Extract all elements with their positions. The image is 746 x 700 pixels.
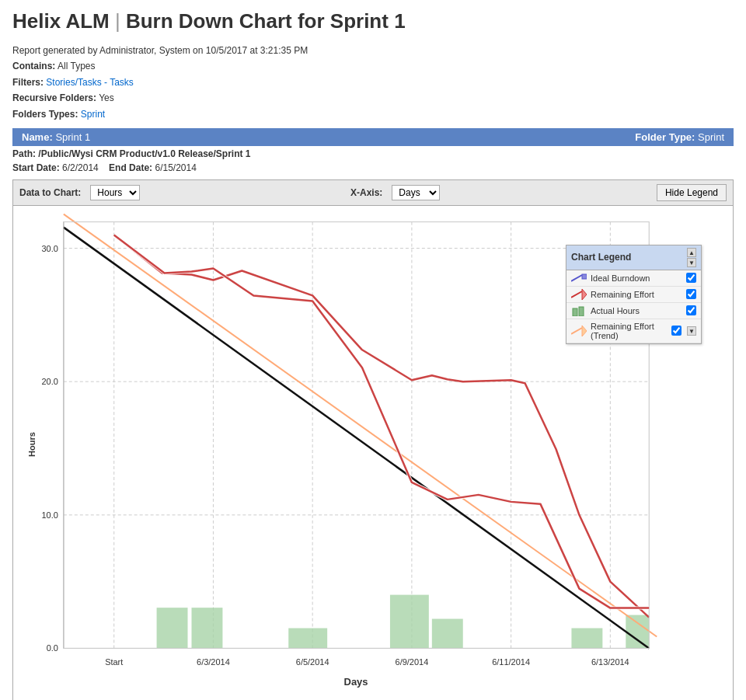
svg-rect-30 bbox=[626, 615, 649, 649]
scroll-down-btn[interactable]: ▼ bbox=[687, 258, 696, 267]
folder-name: Name: Sprint 1 bbox=[22, 131, 90, 143]
chart-container: Data to Chart: Hours Points X-Axis: Days… bbox=[12, 179, 734, 700]
svg-text:Start: Start bbox=[105, 657, 123, 667]
legend-title-bar: Chart Legend ▲ ▼ bbox=[566, 246, 701, 270]
svg-rect-38 bbox=[573, 308, 577, 316]
svg-text:Days: Days bbox=[344, 676, 368, 688]
actual-hours-icon bbox=[571, 305, 587, 316]
svg-text:6/13/2014: 6/13/2014 bbox=[591, 657, 629, 667]
svg-text:6/3/2014: 6/3/2014 bbox=[197, 657, 230, 667]
svg-text:0.0: 0.0 bbox=[47, 643, 58, 653]
remaining-effort-checkbox[interactable] bbox=[686, 289, 696, 299]
chart-legend: Chart Legend ▲ ▼ Ideal Burndown bbox=[566, 245, 702, 344]
folder-path: Path: /Public/Wysi CRM Product/v1.0 Rele… bbox=[0, 146, 746, 161]
legend-scroll-btns[interactable]: ▲ ▼ bbox=[687, 248, 696, 267]
svg-line-40 bbox=[571, 328, 582, 334]
xaxis-select[interactable]: Days Dates bbox=[392, 185, 440, 200]
legend-item-remaining: Remaining Effort bbox=[566, 287, 701, 303]
data-to-chart-label: Data to Chart: bbox=[19, 187, 81, 198]
sprint-dates: Start Date: 6/2/2014 End Date: 6/15/2014 bbox=[0, 161, 746, 179]
actual-hours-checkbox[interactable] bbox=[686, 305, 696, 315]
svg-rect-35 bbox=[582, 274, 587, 279]
actual-hours-label: Actual Hours bbox=[591, 306, 682, 315]
svg-line-36 bbox=[571, 291, 582, 298]
svg-text:6/9/2014: 6/9/2014 bbox=[396, 657, 429, 667]
remaining-effort-icon bbox=[571, 289, 587, 300]
recursive-row: Recursive Folders: Yes bbox=[12, 90, 734, 106]
svg-rect-25 bbox=[192, 608, 223, 648]
chart-area: Hours bbox=[13, 206, 733, 700]
svg-text:10.0: 10.0 bbox=[42, 510, 58, 520]
remaining-effort-label: Remaining Effort bbox=[591, 290, 682, 299]
svg-text:6/11/2014: 6/11/2014 bbox=[492, 657, 530, 667]
legend-expand-btn[interactable]: ▼ bbox=[687, 326, 696, 336]
svg-marker-37 bbox=[582, 289, 587, 300]
svg-rect-26 bbox=[288, 628, 327, 648]
legend-item-actual: Actual Hours bbox=[566, 303, 701, 319]
contains-row: Contains: All Types bbox=[12, 58, 734, 74]
hide-legend-button[interactable]: Hide Legend bbox=[657, 184, 727, 201]
y-axis-label: Hours bbox=[27, 432, 37, 457]
ideal-burndown-checkbox[interactable] bbox=[686, 273, 696, 283]
ideal-burndown-label: Ideal Burndown bbox=[591, 273, 682, 283]
page-header: Helix ALM | Burn Down Chart for Sprint 1 bbox=[0, 0, 746, 40]
report-meta: Report generated by Administrator, Syste… bbox=[0, 40, 746, 128]
legend-item-trend: Remaining Effort (Trend) ▼ bbox=[566, 319, 701, 343]
ideal-burndown-icon bbox=[571, 273, 587, 284]
svg-rect-24 bbox=[157, 608, 188, 648]
remaining-effort-trend-icon bbox=[571, 326, 587, 336]
svg-text:30.0: 30.0 bbox=[42, 244, 58, 253]
svg-rect-27 bbox=[390, 595, 429, 649]
svg-text:20.0: 20.0 bbox=[42, 377, 58, 386]
remaining-effort-trend-checkbox[interactable] bbox=[671, 326, 682, 336]
page-title: Helix ALM | Burn Down Chart for Sprint 1 bbox=[12, 9, 734, 33]
legend-title: Chart Legend bbox=[571, 252, 631, 263]
data-to-chart-select[interactable]: Hours Points bbox=[90, 185, 140, 200]
report-generated: Report generated by Administrator, Syste… bbox=[12, 43, 734, 58]
svg-marker-41 bbox=[582, 326, 587, 336]
xaxis-label: X-Axis: bbox=[350, 187, 382, 198]
legend-item-ideal: Ideal Burndown bbox=[566, 270, 701, 287]
filters-row: Filters: Stories/Tasks - Tasks bbox=[12, 75, 734, 90]
folder-types-row: Folders Types: Sprint bbox=[12, 106, 734, 122]
folder-bar: Name: Sprint 1 Folder Type: Sprint bbox=[12, 128, 734, 146]
svg-rect-39 bbox=[579, 307, 584, 316]
svg-rect-29 bbox=[571, 628, 602, 648]
svg-text:6/5/2014: 6/5/2014 bbox=[296, 657, 329, 667]
remaining-effort-trend-label: Remaining Effort (Trend) bbox=[591, 322, 668, 340]
chart-toolbar: Data to Chart: Hours Points X-Axis: Days… bbox=[13, 180, 733, 206]
svg-rect-28 bbox=[432, 618, 463, 648]
folder-type: Folder Type: Sprint bbox=[635, 131, 724, 143]
svg-line-34 bbox=[571, 275, 582, 281]
scroll-up-btn[interactable]: ▲ bbox=[687, 248, 696, 257]
